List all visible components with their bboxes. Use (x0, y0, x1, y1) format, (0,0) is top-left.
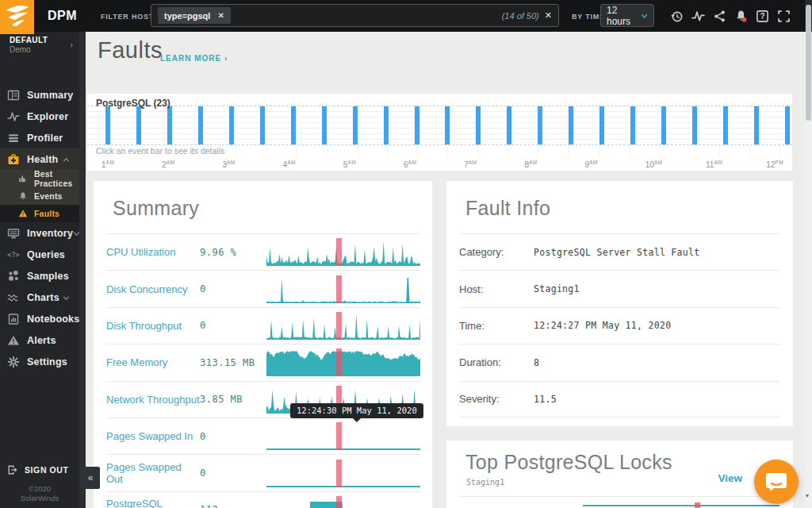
event-bar[interactable] (322, 106, 327, 144)
sidebar-collapse-button[interactable]: « (81, 467, 100, 489)
metric-link[interactable]: Disk Throughput (106, 320, 200, 332)
filter-tag[interactable]: type=pgsql ✕ (158, 7, 231, 24)
event-bar[interactable] (445, 106, 450, 144)
axis-tick: 11AM (706, 160, 722, 169)
share-icon[interactable] (711, 8, 727, 24)
sidebar-item-settings[interactable]: Settings (0, 351, 79, 372)
chevron-down-icon (63, 291, 70, 305)
learn-more-link[interactable]: LEARN MORE › (160, 54, 228, 63)
sidebar-item-summary[interactable]: Summary (0, 84, 79, 106)
sparkline[interactable] (266, 348, 420, 376)
sidebar-item-label: Charts (27, 292, 59, 303)
summary-rows: CPU Utilization9.96 %Disk Concurrency0Di… (94, 233, 432, 508)
sidebar-item-health[interactable]: Health (0, 148, 79, 170)
sparkline[interactable] (266, 312, 420, 340)
metric-link[interactable]: Disk Concurrency (106, 283, 200, 295)
fault-info-label: Time: (459, 320, 534, 332)
event-bar[interactable] (291, 106, 296, 144)
fault-info-value: 12:24:27 PM May 11, 2020 (534, 320, 671, 331)
fault-info-value: 8 (534, 357, 539, 368)
event-bar[interactable] (260, 106, 265, 144)
event-bar[interactable] (599, 106, 604, 144)
sidebar-item-queries[interactable]: <?>Queries (0, 244, 79, 265)
metric-value: 313.15 MB (200, 357, 266, 368)
metric-link[interactable]: Network Throughput (106, 394, 200, 406)
sidebar-item-notebooks[interactable]: Notebooks (0, 308, 79, 329)
fault-info-label: Duration: (459, 356, 534, 368)
help-icon[interactable]: ? (754, 8, 770, 24)
scrollbar-arrow-icon[interactable]: ▾ (806, 492, 809, 499)
sparkline[interactable] (266, 422, 420, 450)
view-link[interactable]: View (718, 472, 742, 484)
filter-clear-icon[interactable]: ✕ (545, 10, 552, 21)
sidebar-item-faults[interactable]: Faults (0, 205, 79, 222)
fault-info-label: Category: (459, 246, 534, 258)
host-filter-input[interactable]: type=pgsql ✕ (14 of 50) ✕ (151, 4, 559, 27)
event-bar[interactable] (167, 106, 172, 144)
sparkline[interactable] (266, 238, 420, 266)
sidebar-item-best-practices[interactable]: Best Practices (0, 170, 79, 187)
sparkline[interactable] (266, 496, 420, 508)
sidebar-item-profiler[interactable]: Profiler (0, 127, 79, 148)
sidebar-item-charts[interactable]: Charts (0, 287, 79, 308)
fullscreen-icon[interactable] (776, 8, 791, 24)
alert-icon (7, 333, 21, 347)
event-bar[interactable] (630, 106, 635, 144)
pulse-icon[interactable] (690, 8, 706, 24)
sidebar-item-alerts[interactable]: Alerts (0, 329, 79, 351)
time-range-select[interactable]: 12 hours (600, 4, 654, 27)
chat-support-button[interactable] (754, 460, 799, 504)
event-bar[interactable] (476, 106, 481, 144)
event-bar[interactable] (136, 106, 141, 144)
event-bar[interactable] (105, 106, 110, 144)
sparkline[interactable] (266, 275, 420, 303)
axis-tick: 5AM (343, 160, 356, 169)
sidebar-item-samples[interactable]: Samples (0, 265, 79, 287)
event-bar[interactable] (569, 106, 573, 144)
sidebar-item-explorer[interactable]: Explorer (0, 106, 79, 127)
environment-switcher[interactable]: DEFAULT Demo › (0, 32, 86, 54)
filter-count: (14 of 50) (502, 11, 539, 21)
filter-tag-close-icon[interactable]: ✕ (217, 11, 224, 20)
event-bar[interactable] (198, 106, 203, 144)
event-bar[interactable] (538, 106, 542, 144)
summary-row-pages-swapped-out: Pages Swapped Out0 (106, 454, 420, 491)
learn-more-label: LEARN MORE (160, 54, 221, 63)
event-bar[interactable] (507, 106, 511, 144)
app-window: DPM FILTER HOSTS type=pgsql ✕ (14 of 50)… (0, 0, 812, 508)
scrollbar-thumb[interactable] (806, 5, 811, 121)
event-bar[interactable] (661, 106, 666, 144)
metric-link[interactable]: Pages Swapped Out (106, 461, 200, 485)
chevron-right-icon: › (224, 54, 228, 63)
history-icon[interactable] (668, 8, 684, 24)
summary-row-disk-concurrency: Disk Concurrency0 (106, 270, 420, 306)
sign-out-button[interactable]: SIGN OUT « (0, 459, 79, 481)
page-scrollbar[interactable]: ▾ (805, 0, 812, 508)
metric-link[interactable]: CPU Utilization (106, 246, 200, 258)
sidebar-item-events[interactable]: Events (0, 187, 79, 205)
event-bar[interactable] (754, 106, 759, 144)
sparkline[interactable] (266, 460, 420, 487)
fault-info-row-host-: Host:Staging1 (459, 270, 780, 306)
metric-link[interactable]: Pages Swapped In (106, 430, 200, 442)
axis-tick: 3AM (222, 160, 235, 169)
sidebar-item-inventory[interactable]: Inventory (0, 222, 79, 244)
fault-info-value: Staging1 (534, 283, 580, 294)
event-bar[interactable] (353, 106, 358, 144)
notifications-icon[interactable] (733, 8, 749, 24)
metric-link[interactable]: PostgreSQL Concurrency (106, 498, 200, 508)
event-bar[interactable] (384, 106, 389, 144)
fault-band (695, 502, 700, 508)
event-bar[interactable] (692, 106, 697, 144)
event-bar[interactable] (415, 106, 419, 144)
fault-info-row-category-: Category:PostgreSQL Server Stall Fault (459, 233, 780, 270)
metric-link[interactable]: Free Memory (106, 356, 200, 368)
event-bar[interactable] (785, 106, 790, 144)
solarwinds-logo[interactable] (0, 0, 34, 34)
event-bar[interactable] (723, 106, 728, 144)
top-locks-title: Top PostgreSQL Locks (446, 441, 793, 474)
bars-icon (7, 131, 21, 144)
fault-info-rows: Category:PostgreSQL Server Stall FaultHo… (446, 233, 793, 418)
monitor-icon (7, 226, 21, 240)
event-bar[interactable] (229, 106, 234, 144)
